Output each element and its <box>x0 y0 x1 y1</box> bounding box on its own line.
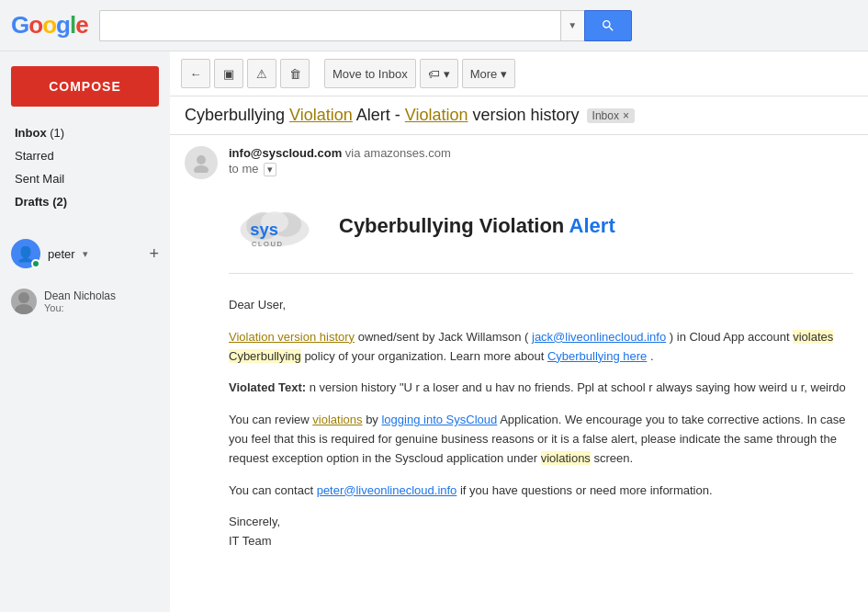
para3-text1: You can review <box>229 413 312 426</box>
sidebar-item-drafts[interactable]: Drafts (2) <box>0 190 170 213</box>
content-area: ← ▣ ⚠ 🗑 Move to Inbox 🏷 ▾ More ▾ <box>170 51 868 612</box>
search-dropdown-btn[interactable]: ▼ <box>560 10 584 41</box>
sign-block: Sincerely, IT Team <box>229 513 853 551</box>
para4-link1[interactable]: peter@liveonlinecloud.info <box>317 483 457 497</box>
sidebar-sent-label: Sent Mail <box>15 172 64 186</box>
sender-details: info@syscloud.com via amazonses.com to m… <box>229 146 451 176</box>
para1-text2: ) in Cloud App account <box>670 330 793 344</box>
sender-avatar <box>185 146 218 179</box>
email-area: info@syscloud.com via amazonses.com to m… <box>170 135 868 612</box>
add-account-button[interactable]: + <box>149 244 159 264</box>
sender-via-label: via <box>345 146 361 160</box>
sign-team: IT Team <box>229 534 271 548</box>
back-icon: ← <box>190 67 202 81</box>
contact-avatar <box>11 289 37 314</box>
sidebar-item-inbox[interactable]: Inbox (1) <box>0 121 170 144</box>
para1-link1[interactable]: Violation version history <box>229 330 355 344</box>
email-body: Dear User, Violation version history own… <box>229 296 853 551</box>
more-dropdown-icon: ▾ <box>501 67 507 81</box>
subject-violation2: Violation <box>405 106 468 124</box>
para1-link2[interactable]: jack@liveonlinecloud.info <box>532 330 666 344</box>
sidebar-item-starred[interactable]: Starred <box>0 144 170 167</box>
sidebar-item-sent[interactable]: Sent Mail <box>0 167 170 190</box>
headline-bold: Cyberbullying Violation <box>339 214 564 237</box>
inbox-badge-label: Inbox <box>592 109 619 122</box>
search-bar-container: ▼ <box>99 10 632 41</box>
toolbar: ← ▣ ⚠ 🗑 Move to Inbox 🏷 ▾ More ▾ <box>170 51 868 96</box>
headline-alert: Alert <box>569 214 615 237</box>
svg-text:CLOUD: CLOUD <box>252 240 284 248</box>
para4-text1: You can contact <box>229 483 317 497</box>
delete-button[interactable]: 🗑 <box>280 59 310 88</box>
greeting-paragraph: Dear User, <box>229 296 853 315</box>
archive-button[interactable]: ▣ <box>214 59 243 88</box>
para3-link1[interactable]: violations <box>312 413 362 426</box>
spam-icon: ⚠ <box>256 67 267 81</box>
back-button[interactable]: ← <box>181 59 210 88</box>
more-button[interactable]: More ▾ <box>462 59 516 88</box>
greeting-text: Dear User, <box>229 298 286 312</box>
contact-name: Dean Nicholas <box>44 289 116 302</box>
label-dropdown-icon: ▾ <box>444 67 450 81</box>
search-icon <box>601 18 615 33</box>
move-to-inbox-button[interactable]: Move to Inbox <box>324 59 416 88</box>
para4: You can contact peter@liveonlinecloud.in… <box>229 482 853 501</box>
contact-avatar-img <box>11 289 37 314</box>
google-logo: Google <box>11 11 88 40</box>
sidebar-drafts-label: Drafts (2) <box>15 195 67 209</box>
recipient-label: to me <box>229 162 259 176</box>
top-bar: Google ▼ <box>0 0 868 51</box>
para1-text3: policy of your organization. Learn more … <box>304 349 547 363</box>
search-submit-btn[interactable] <box>584 10 632 41</box>
syscloud-logo-svg: sys CLOUD <box>229 194 321 258</box>
para2-text: n version history "U r a loser and u hav… <box>310 380 846 394</box>
delete-icon: 🗑 <box>289 67 301 81</box>
svg-point-3 <box>194 165 209 173</box>
para3-highlight1: violations <box>541 451 591 465</box>
para1-end: . <box>650 349 654 363</box>
subject-bar: Cyberbullying Violation Alert - Violatio… <box>170 96 868 135</box>
sender-to-row: to me ▾ <box>229 162 451 176</box>
syscloud-logo: sys CLOUD <box>229 194 321 258</box>
move-to-inbox-label: Move to Inbox <box>333 67 408 81</box>
para2: Violated Text: n version history "U r a … <box>229 379 853 398</box>
email-content: sys CLOUD Cyberbullying Violation Alert … <box>185 194 853 551</box>
inbox-badge: Inbox × <box>587 108 635 123</box>
para2-bold: Violated Text: <box>229 380 306 394</box>
archive-icon: ▣ <box>223 67 234 81</box>
contact-you-label: You: <box>44 302 116 313</box>
para4-text2: if you have questions or need more infor… <box>460 483 713 497</box>
search-dropdown-icon: ▼ <box>568 20 577 30</box>
sender-avatar-icon <box>191 153 211 173</box>
sidebar-inbox-label: Inbox (1) <box>15 126 64 140</box>
label-button[interactable]: 🏷 ▾ <box>420 59 458 88</box>
contact-section: Dean Nicholas You: <box>0 283 170 320</box>
svg-point-2 <box>197 155 206 164</box>
sign-sincerely: Sincerely, <box>229 515 280 528</box>
recipient-dropdown[interactable]: ▾ <box>264 163 276 176</box>
para1-text1: owned/sent by Jack Willamson ( <box>358 330 529 344</box>
main-layout: COMPOSE Inbox (1) Starred Sent Mail Draf… <box>0 51 868 612</box>
svg-point-0 <box>18 292 29 303</box>
sender-row: info@syscloud.com via amazonses.com to m… <box>185 146 853 179</box>
para1-link3[interactable]: Cyberbullying here <box>547 349 647 363</box>
spam-button[interactable]: ⚠ <box>247 59 276 88</box>
sidebar: COMPOSE Inbox (1) Starred Sent Mail Draf… <box>0 51 170 612</box>
syscloud-header: sys CLOUD Cyberbullying Violation Alert <box>229 194 853 274</box>
svg-text:sys: sys <box>250 220 278 239</box>
sender-via-domain: amazonses.com <box>364 146 451 160</box>
user-name: peter <box>48 247 75 261</box>
subject-title: Cyberbullying Violation Alert - Violatio… <box>185 106 580 125</box>
user-online-dot <box>31 259 40 268</box>
inbox-badge-close[interactable]: × <box>623 109 629 122</box>
sidebar-starred-label: Starred <box>15 149 54 163</box>
sender-email: info@syscloud.com <box>229 146 342 160</box>
subject-violation: Violation <box>289 106 353 124</box>
label-icon: 🏷 <box>428 67 440 81</box>
compose-button[interactable]: COMPOSE <box>11 66 159 107</box>
search-input[interactable] <box>99 10 560 41</box>
user-section[interactable]: 👤 peter ▾ + <box>0 232 170 276</box>
para3-text2: by <box>366 413 381 426</box>
email-headline: Cyberbullying Violation Alert <box>339 214 615 238</box>
para3-link2[interactable]: logging into SysCloud <box>381 413 497 426</box>
